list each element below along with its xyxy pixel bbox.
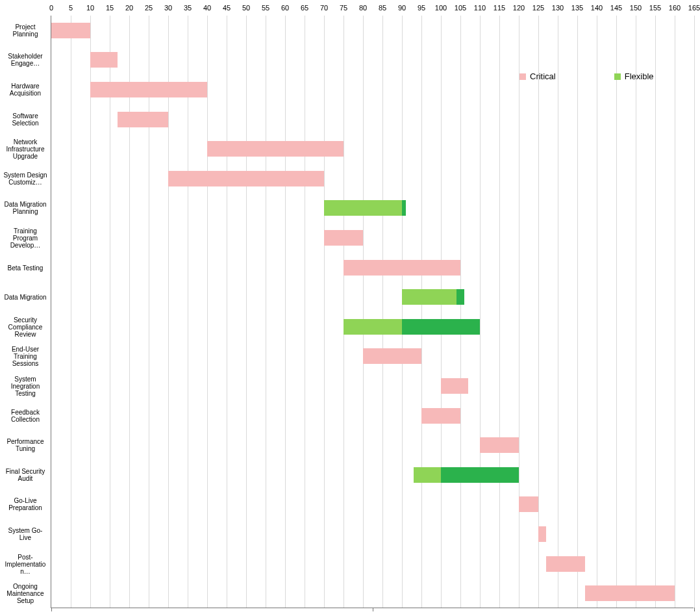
task-row: Software Selection — [51, 105, 694, 135]
task-row: Security Compliance Review — [51, 312, 694, 342]
legend: Critical Flexible — [519, 71, 654, 81]
x-tick-label: 160 — [669, 4, 681, 12]
x-tick-label: 75 — [340, 4, 347, 12]
bar-flexible — [324, 200, 402, 216]
bar-critical — [90, 82, 207, 97]
task-label: Data Migration Planning — [3, 201, 51, 215]
task-row: System Go-Live — [51, 519, 694, 549]
x-tick-label: 0 — [49, 4, 53, 12]
bar-critical — [441, 378, 468, 394]
x-tick-label: 130 — [552, 4, 564, 12]
x-tick-label: 140 — [591, 4, 603, 12]
bar-flexible — [402, 289, 456, 305]
legend-label-flexible: Flexible — [625, 71, 654, 81]
bar-critical — [344, 260, 460, 276]
task-row: Project Planning — [51, 16, 694, 45]
task-label: End-User Training Sessions — [3, 346, 51, 367]
task-label: System Design Customiz… — [3, 172, 51, 186]
x-tick-label: 10 — [86, 4, 94, 12]
x-tick-label: 60 — [281, 4, 289, 12]
gridline — [694, 16, 695, 608]
x-tick-label: 25 — [145, 4, 153, 12]
bar-critical — [538, 526, 546, 542]
x-tick-label: 70 — [320, 4, 328, 12]
task-row: Training Program Develop… — [51, 223, 694, 253]
x-tick-label: 100 — [435, 4, 447, 12]
bar-flexible-extension — [402, 319, 480, 335]
x-tick-label: 15 — [106, 4, 114, 12]
bar-flexible-extension — [441, 467, 519, 483]
x-tick-label: 110 — [474, 4, 486, 12]
task-row: Feedback Collection — [51, 401, 694, 431]
legend-swatch-flexible — [614, 73, 621, 80]
task-row: End-User Training Sessions — [51, 342, 694, 372]
task-row: Stakeholder Engage… — [51, 45, 694, 75]
x-tick-label: 105 — [455, 4, 466, 12]
task-row: Go-Live Preparation — [51, 490, 694, 520]
bar-critical — [51, 23, 90, 38]
x-tick-label: 155 — [649, 4, 661, 12]
bar-critical — [207, 141, 344, 157]
task-row: Performance Tuning — [51, 430, 694, 460]
x-tick-label: 80 — [359, 4, 367, 12]
x-tick-label: 40 — [203, 4, 211, 12]
x-tick-label: 125 — [532, 4, 544, 12]
task-row: Beta Testing — [51, 253, 694, 283]
task-label: Beta Testing — [3, 264, 51, 271]
task-label: System Go-Live — [3, 527, 51, 541]
x-tick-label: 5 — [69, 4, 73, 12]
bar-critical — [546, 556, 585, 572]
bar-flexible-extension — [402, 200, 406, 216]
bar-critical — [90, 52, 118, 68]
bar-flexible — [414, 467, 441, 483]
task-label: Training Program Develop… — [3, 227, 51, 248]
task-label: Data Migration — [3, 294, 51, 301]
task-label: Network Infrastructure Upgrade — [3, 138, 51, 160]
x-tick-label: 115 — [494, 4, 505, 12]
task-label: Hardware Acquisition — [3, 83, 51, 97]
task-row: Final Security Audit — [51, 460, 694, 490]
bar-critical — [519, 496, 538, 512]
x-tick-label: 150 — [630, 4, 642, 12]
bar-flexible — [344, 319, 402, 335]
x-tick-label: 95 — [418, 4, 425, 12]
task-row: Data Migration — [51, 282, 694, 312]
bar-critical — [585, 585, 675, 601]
x-tick-label: 90 — [398, 4, 406, 12]
task-label: Ongoing Maintenance Setup — [3, 583, 51, 604]
task-row: System Design Customiz… — [51, 164, 694, 194]
x-tick-label: 55 — [262, 4, 269, 12]
x-tick-label: 30 — [164, 4, 172, 12]
x-tick-label: 135 — [571, 4, 583, 12]
bar-critical — [363, 348, 421, 364]
x-tick-label: 165 — [688, 4, 700, 12]
task-label: Security Compliance Review — [3, 316, 51, 337]
bottom-tick — [694, 608, 695, 611]
task-label: System Inegration Testing — [3, 375, 51, 396]
x-tick-label: 120 — [513, 4, 525, 12]
task-label: Software Selection — [3, 112, 51, 127]
task-row: Data Migration Planning — [51, 194, 694, 224]
task-label: Go-Live Preparation — [3, 497, 51, 511]
bar-flexible-extension — [456, 289, 464, 305]
x-tick-label: 145 — [610, 4, 622, 12]
legend-item-flexible: Flexible — [614, 71, 654, 81]
x-tick-label: 85 — [379, 4, 386, 12]
task-label: Feedback Collection — [3, 409, 51, 423]
x-tick-label: 35 — [184, 4, 192, 12]
x-tick-label: 50 — [242, 4, 250, 12]
task-label: Performance Tuning — [3, 438, 51, 452]
task-label: Stakeholder Engage… — [3, 53, 51, 67]
gantt-chart: 0510152025303540455055606570758085909510… — [0, 0, 700, 616]
x-tick-label: 20 — [125, 4, 133, 12]
bar-critical — [421, 408, 460, 424]
bar-critical — [324, 230, 363, 246]
task-row: Network Infrastructure Upgrade — [51, 134, 694, 164]
task-label: Project Planning — [3, 23, 51, 38]
task-label: Post-Implementation… — [3, 553, 51, 574]
bar-critical — [480, 437, 519, 453]
task-row: Post-Implementation… — [51, 549, 694, 579]
task-row: Ongoing Maintenance Setup — [51, 578, 694, 608]
plot-area: 0510152025303540455055606570758085909510… — [51, 16, 694, 608]
task-row: System Inegration Testing — [51, 371, 694, 401]
